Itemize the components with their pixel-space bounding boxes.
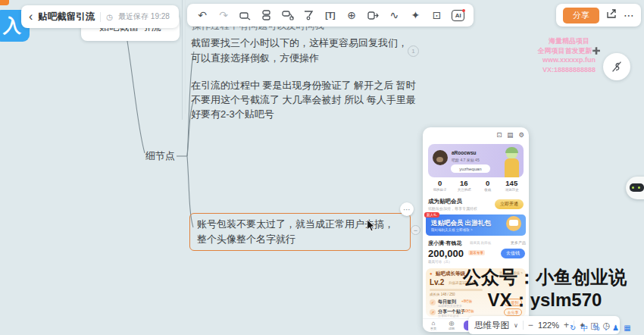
note-account-selected[interactable]: 账号包装不要太过了，就当成正常用户去搞，整个头像整个名字就行 [189, 213, 411, 251]
profile-card[interactable]: aRoocwsu 吧龄 4.7 发贴 45 yuzhequan [428, 144, 524, 177]
task-sub: 分享贴子给好友 [438, 314, 459, 318]
loan-brand: 度小满·有钱花 [428, 240, 461, 247]
channel-watermark-line1: 公众号：小鱼创业说 [445, 266, 644, 289]
loan-more-link[interactable]: 更多产品 [511, 240, 526, 245]
share-card: 分享 ⋯ [556, 4, 641, 27]
ai-assistant-float-button[interactable] [626, 177, 644, 199]
undo-icon[interactable]: ↶ [193, 6, 211, 24]
clock-icon: ◷ [106, 13, 113, 21]
insert-plus-icon[interactable]: ⊕ [342, 6, 361, 24]
topic-node-icon[interactable] [236, 6, 254, 24]
note-verification[interactable]: 在引流的过程中 要是出现身份验证了 解开之后 暂时不要用这个号截流了 大几率会被… [191, 78, 417, 121]
stat-favorites-label: 收藏 [477, 187, 499, 191]
plus-glyph: ⊕ [347, 9, 356, 21]
task-check-icon: ✓ [430, 299, 436, 305]
apps-grid-icon[interactable]: ▦ [624, 324, 630, 333]
avatar[interactable] [433, 150, 448, 165]
quality-icon[interactable]: % [592, 324, 599, 333]
avatar-detail [436, 157, 443, 162]
task-share-icon: ↗ [430, 309, 436, 315]
subtopic-node-icon[interactable] [279, 6, 297, 24]
loan-caption: 最高可借（元） [428, 260, 452, 264]
stat-followed-value: 16 [452, 179, 477, 187]
stat-posts[interactable]: 0我的贴子 [428, 179, 452, 196]
nav-enter-bar[interactable]: ◎进吧 [444, 320, 459, 330]
node-arrow-icon[interactable] [364, 6, 382, 24]
stat-history-label: 浏览历史 [501, 187, 522, 191]
loan-amount: 200,000 [428, 248, 464, 259]
card-icon[interactable]: ▤ [507, 131, 513, 139]
stat-followed-label: 关注的吧 [453, 187, 474, 191]
download-icon[interactable]: ↓ [604, 324, 608, 333]
redo-icon[interactable]: ↷ [214, 6, 233, 24]
robot-face-icon [630, 183, 644, 192]
note-timing[interactable]: 截留要找三个小时以下的，这样更容易回复我们，可以直接选择倒叙，方便操作 [191, 36, 412, 66]
phone-header-icons: ⊡ ▤ ⚙ [496, 131, 524, 139]
mouse-cursor [367, 220, 376, 232]
sibling-node-icon[interactable] [257, 6, 275, 24]
whiteboard-canvas[interactable]: 入 贴吧截留 引流 ‹ 贴吧截留引流 ◷ 最近保存 19:28 ↶ ↷ [T] … [0, 0, 644, 335]
back-chevron-icon[interactable]: ‹ [29, 11, 33, 23]
zoom-out-button[interactable]: − [528, 320, 533, 330]
detail-point-label: 细节点 [145, 150, 175, 161]
zoom-level[interactable]: 122% [538, 321, 559, 330]
collapse-handle[interactable]: − [411, 225, 420, 235]
stat-followed-bars[interactable]: 16关注的吧 [452, 179, 477, 196]
laser-pointer-icon[interactable]: ✦ [406, 6, 424, 24]
ai-tool-icon[interactable]: AI [449, 6, 467, 24]
nav-home-label: 首页 [426, 327, 441, 330]
banner-title: 送贴吧会员 出游礼包 [431, 219, 491, 228]
shield-icon: ● [430, 271, 433, 276]
pink-watermark: 海量精品项目 全网项目首发更新➕ www.xxxxxp.fun VX:18888… [521, 36, 617, 74]
stat-history-value: 145 [500, 179, 524, 187]
profile-meta: 吧龄 4.7 发贴 45 [452, 158, 480, 162]
nav-home[interactable]: ⌂首页 [426, 320, 441, 330]
banner-subtitle: 限时福利天天领 立即领取 > [431, 228, 473, 232]
note-more-button[interactable]: ⋯ [400, 202, 414, 216]
member-activate-button[interactable]: 立即开通 [495, 199, 524, 209]
titlebar-divider [100, 12, 101, 22]
main-toolbar: ↶ ↷ [T] ⊕ ∿ ✦ ⊡ AI [187, 4, 474, 27]
scan-icon[interactable]: ⊡ [496, 131, 502, 139]
signature-toggle-button[interactable] [603, 53, 630, 80]
loan-borrow-button[interactable]: 去借钱 [501, 249, 525, 258]
document-titlebar: ‹ 贴吧截留引流 ◷ 最近保存 19:28 [21, 5, 179, 28]
nav-bar-label: 进吧 [444, 327, 459, 330]
more-menu-icon[interactable]: ⋯ [624, 9, 634, 21]
relation-line-icon[interactable]: ∿ [385, 6, 403, 24]
note-timing-text: 截留要找三个小时以下的，这样更容易回复我们，可以直接选择倒叙，方便操作 [191, 37, 408, 64]
detail-point-node[interactable]: 细节点 [145, 149, 175, 163]
bar-divider [523, 321, 524, 330]
banner-tag: 新人礼 [424, 212, 439, 218]
pink-watermark-line2: 全网项目首发更新➕ [521, 46, 617, 56]
stat-history[interactable]: 145浏览历史 [500, 179, 524, 196]
undo-glyph: ↶ [198, 9, 207, 21]
user-icon[interactable]: ♟ [612, 324, 619, 333]
member-subtitle: 炫酷装扮加持，尊享专属特权 [428, 206, 477, 211]
export-icon[interactable] [606, 8, 617, 22]
app-logo-glyph: 入 [3, 14, 21, 38]
profile-stats-row: 0我的贴子 16关注的吧 0收藏 145浏览历史 [428, 179, 524, 196]
share-button[interactable]: 分享 [563, 8, 599, 23]
channel-watermark-line2: VX：yslm570 [445, 289, 644, 312]
profile-handle-pill[interactable]: yuzhequan [451, 164, 490, 173]
remote-control-toolbar: ↻ 中 % ↓ ♟ ▦ [570, 324, 631, 333]
loan-section[interactable]: 度小满·有钱花 额度高 利率低 更多产品 200,000 新客专享 去借钱 最高… [426, 239, 526, 266]
input-method-icon[interactable]: 中 [580, 324, 588, 333]
loan-tag: 新客专享 [468, 250, 485, 255]
redo-glyph: ↷ [219, 9, 228, 21]
view-mode-dropdown[interactable]: 思维导图 [474, 320, 509, 331]
text-tool-icon[interactable]: [T] [321, 6, 339, 24]
stat-favorites[interactable]: 0收藏 [476, 179, 500, 196]
pink-watermark-line1: 海量精品项目 [521, 36, 617, 46]
refresh-icon[interactable]: ↻ [570, 324, 576, 333]
frame-tool-icon[interactable]: ⊡ [428, 6, 446, 24]
gear-icon[interactable]: ⚙ [518, 131, 524, 139]
connector-pen-icon[interactable] [300, 6, 318, 24]
text-tool-glyph: [T] [325, 11, 335, 20]
growth-level: Lv.2 [430, 278, 444, 286]
frame-glyph: ⊡ [433, 9, 442, 21]
zoom-in-button[interactable]: + [564, 320, 569, 330]
promo-banner[interactable]: 新人礼 送贴吧会员 出游礼包 限时福利天天领 立即领取 > [426, 214, 526, 236]
recording-dot [0, 0, 9, 5]
